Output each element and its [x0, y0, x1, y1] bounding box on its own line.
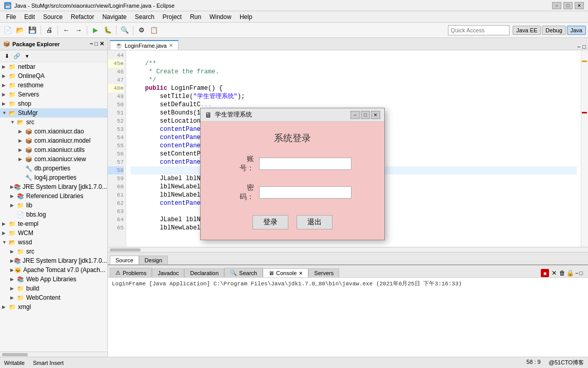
tree-item-bbs[interactable]: ▶ 📄 bbs.log — [0, 210, 107, 219]
toolbar-save[interactable]: 💾 — [27, 25, 38, 36]
sidebar-menu[interactable]: ▾ — [23, 51, 32, 61]
editor-source-design-tabs: Source Design — [108, 252, 588, 264]
quick-access-input[interactable] — [448, 25, 509, 35]
folder-icon: 📁 — [8, 81, 16, 89]
editor-hscroll[interactable] — [108, 247, 588, 252]
tree-item-servers[interactable]: ▶ 📁 Servers — [0, 90, 107, 99]
editor-tab-loginframe[interactable]: ☕ LoginFrame.java ✕ — [110, 40, 179, 50]
tab-javadoc[interactable]: Javadoc — [152, 268, 184, 277]
tree-item-webapp-libs[interactable]: ▶ 📚 Web App Libraries — [0, 275, 107, 284]
tab-console[interactable]: 🖥 Console ✕ — [263, 268, 308, 277]
tree-label: StuMgr — [18, 109, 38, 117]
tree-item-onlineqa[interactable]: ▶ 📁 OnlineQA — [0, 71, 107, 81]
tab-declaration[interactable]: Declaration — [184, 268, 224, 277]
console-minimize[interactable]: − — [575, 270, 578, 276]
tree-item-wssd-jre[interactable]: ▶ 📚 JRE System Library [jdk1.7.0... — [0, 256, 107, 265]
toolbar-sep-4 — [116, 26, 116, 35]
perspective-java[interactable]: Java — [567, 26, 586, 35]
tree-label: com.xiaoniucr.view — [34, 156, 86, 163]
sidebar-maximize[interactable]: □ — [94, 41, 98, 47]
lib-icon: 📚 — [16, 275, 25, 283]
bottom-tabs: ⚠ Problems Javadoc Declaration 🔍 Search … — [108, 265, 588, 278]
login-button[interactable]: 登录 — [252, 215, 288, 229]
menu-file[interactable]: File — [2, 12, 20, 22]
console-scroll-lock[interactable]: 🔒 — [566, 269, 574, 277]
password-input[interactable] — [259, 186, 351, 199]
tree-item-xmgl[interactable]: ▶ 📁 xmgl — [0, 302, 107, 312]
tree-item-wssd[interactable]: ▼ 📂 wssd — [0, 238, 107, 247]
toolbar-misc1[interactable]: ⚙ — [136, 25, 147, 36]
tree-item-db[interactable]: ▶ 🔧 db.properties — [0, 164, 107, 173]
perspective-debug[interactable]: Debug — [542, 26, 565, 35]
dialog-maximize[interactable]: □ — [361, 111, 370, 119]
tree-item-resthome[interactable]: ▶ 📁 resthome — [0, 81, 107, 90]
editor-tab-close[interactable]: ✕ — [169, 43, 173, 48]
tree-item-lib[interactable]: ▶ 📁 lib — [0, 201, 107, 210]
menu-help[interactable]: Help — [236, 12, 257, 22]
editor-minimize[interactable]: − — [577, 44, 580, 50]
sidebar-link-editor[interactable]: 🔗 — [12, 51, 22, 61]
tree-item-view[interactable]: ▶ 📦 com.xiaoniucr.view — [0, 154, 107, 164]
tree-item-shop[interactable]: ▶ 📁 shop — [0, 99, 107, 108]
toolbar-new[interactable]: 📄 — [2, 25, 13, 36]
exit-button[interactable]: 退出 — [297, 215, 332, 229]
tree-arrow: ▶ — [10, 295, 16, 300]
dialog-minimize[interactable]: − — [350, 111, 360, 119]
tree-arrow: ▶ — [2, 304, 8, 309]
toolbar-fwd[interactable]: → — [73, 25, 84, 36]
tab-source[interactable]: Source — [110, 256, 139, 264]
tree-item-model[interactable]: ▶ 📦 com.xiaoniucr.model — [0, 136, 107, 145]
toolbar-debug[interactable]: 🐛 — [102, 25, 113, 36]
tree-item-build[interactable]: ▶ 📁 build — [0, 284, 107, 293]
menu-search[interactable]: Search — [131, 12, 159, 22]
sidebar-minimize[interactable]: − — [90, 41, 93, 47]
toolbar-misc2[interactable]: 📋 — [148, 25, 160, 36]
tree-item-log4j[interactable]: ▶ 🔧 log4j.properties — [0, 173, 107, 182]
tree-item-utils[interactable]: ▶ 📦 com.xiaoniucr.utils — [0, 145, 107, 154]
close-button[interactable]: ✕ — [575, 2, 584, 9]
menu-project[interactable]: Project — [159, 12, 186, 22]
perspective-java-ee[interactable]: Java EE — [513, 26, 541, 35]
dialog-title-buttons: − □ ✕ — [350, 111, 380, 119]
toolbar-print[interactable]: 🖨 — [44, 25, 55, 36]
tree-item-src[interactable]: ▼ 📂 src — [0, 118, 107, 127]
tree-item-te-empl[interactable]: ▶ 📁 te-empl — [0, 219, 107, 228]
maximize-button[interactable]: □ — [563, 2, 573, 9]
menu-refactor[interactable]: Refactor — [67, 12, 98, 22]
toolbar-run[interactable]: ▶ — [90, 25, 101, 36]
dialog-close[interactable]: ✕ — [371, 111, 380, 119]
menu-source[interactable]: Source — [39, 12, 67, 22]
tree-item-tomcat[interactable]: ▶ 🐱 Apache Tomcat v7.0 (Apach... — [0, 265, 107, 275]
tab-search[interactable]: 🔍 Search — [224, 268, 263, 277]
sidebar-collapse-all[interactable]: ⬇ — [2, 51, 11, 61]
console-clear-btn[interactable]: 🗑 — [559, 269, 565, 277]
tab-problems[interactable]: ⚠ Problems — [110, 268, 152, 277]
tree-item-netbar[interactable]: ▶ 📁 netbar — [0, 62, 107, 71]
tree-item-dao[interactable]: ▶ 📦 com.xiaoniucr.dao — [0, 127, 107, 136]
menu-navigate[interactable]: Navigate — [98, 12, 130, 22]
tree-item-jre[interactable]: ▶ 📚 JRE System Library [jdk1.7.0... — [0, 182, 107, 191]
folder-icon: 📁 — [8, 90, 16, 99]
menu-edit[interactable]: Edit — [20, 12, 39, 22]
tree-item-reflibrary[interactable]: ▶ 📚 Referenced Libraries — [0, 191, 107, 201]
tree-item-stumgr[interactable]: ▼ 📂 StuMgr — [0, 108, 107, 118]
minimize-button[interactable]: − — [552, 2, 561, 9]
console-tab-close[interactable]: ✕ — [299, 270, 303, 276]
tree-item-wcm[interactable]: ▶ 📁 WCM — [0, 228, 107, 238]
console-maximize[interactable]: □ — [579, 270, 583, 276]
console-remove-btn[interactable]: ✕ — [550, 269, 558, 277]
sidebar-close[interactable]: ✕ — [100, 41, 104, 47]
toolbar-search[interactable]: 🔍 — [119, 25, 130, 36]
tab-servers[interactable]: Servers — [308, 268, 339, 277]
menu-run[interactable]: Run — [186, 12, 205, 22]
editor-maximize[interactable]: □ — [582, 44, 586, 50]
menu-window[interactable]: Window — [205, 12, 236, 22]
tree-item-webcontent[interactable]: ▶ 📁 WebContent — [0, 293, 107, 302]
toolbar-back[interactable]: ← — [61, 25, 72, 36]
toolbar-open[interactable]: 📂 — [14, 25, 26, 36]
tab-design[interactable]: Design — [139, 256, 168, 264]
sidebar-hscroll[interactable] — [0, 352, 107, 357]
username-input[interactable] — [259, 158, 351, 170]
tree-item-wssd-src[interactable]: ▶ 📁 src — [0, 247, 107, 256]
console-stop-btn[interactable]: ■ — [541, 269, 549, 277]
